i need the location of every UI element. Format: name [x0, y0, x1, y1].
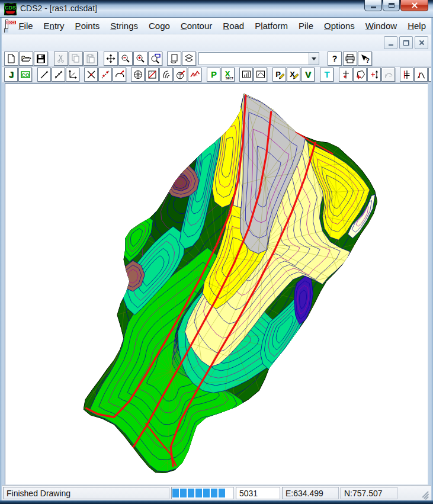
layer-combo-input[interactable]: [199, 53, 309, 65]
station-line-icon: [402, 69, 412, 80]
help-button[interactable]: ?: [328, 52, 342, 66]
section-slash-button[interactable]: [145, 68, 159, 82]
app-logo-text: CDS: [5, 5, 16, 11]
mdi-controls: [384, 36, 428, 49]
toolbar-tools: JJCOPXSECTPXVVT: [2, 67, 431, 83]
drawing-canvas[interactable]: [5, 84, 428, 485]
peak-curve-button[interactable]: [414, 68, 428, 82]
maximize-button[interactable]: [383, 0, 400, 11]
progress-cell: [219, 489, 225, 497]
document-icon[interactable]: DOC1: [5, 20, 8, 33]
menu-cogo[interactable]: Cogo: [143, 19, 175, 33]
close-button[interactable]: [400, 0, 428, 11]
open-button[interactable]: [19, 52, 33, 66]
print-button[interactable]: [343, 52, 357, 66]
progress-bar: [171, 487, 234, 499]
minimize-icon: [371, 7, 376, 8]
menu-platform[interactable]: Platform: [249, 19, 293, 33]
xsect-icon: XSECT: [223, 69, 233, 80]
paste-button: [84, 52, 98, 66]
menu-points[interactable]: Points: [70, 19, 105, 33]
point-polygon-button[interactable]: [353, 68, 367, 82]
progress-cell: [195, 489, 202, 497]
point-cross-button[interactable]: [339, 68, 352, 82]
peak-curve-icon: [416, 69, 426, 80]
save-button[interactable]: [34, 52, 48, 66]
terrain-model[interactable]: [5, 84, 428, 484]
window-bottom-edge: [0, 500, 433, 504]
layers-button[interactable]: [182, 52, 196, 66]
status-bar: Finished Drawing 5031 E:634.499 N:757.50…: [2, 485, 431, 500]
profile-window-button[interactable]: [254, 68, 267, 82]
edit-arc-button[interactable]: [113, 68, 126, 82]
point-polygon-icon: [355, 69, 365, 80]
copy-button: [69, 52, 83, 66]
menu-strings[interactable]: Strings: [105, 19, 143, 33]
section-slash-icon: [147, 69, 158, 80]
refresh-view-button[interactable]: [167, 52, 181, 66]
open-folder-icon: [21, 53, 31, 64]
context-help-button[interactable]: ?: [358, 52, 372, 66]
mdi-minimize-button[interactable]: [384, 36, 397, 49]
xsect-button[interactable]: XSECT: [221, 68, 235, 82]
menu-options[interactable]: Options: [319, 19, 360, 33]
combo-dropdown-button[interactable]: [309, 53, 319, 65]
letter-j-icon: JJ: [6, 69, 17, 80]
minimize-button[interactable]: [364, 0, 382, 11]
svg-text:T: T: [324, 69, 329, 79]
menu-pile[interactable]: Pile: [293, 19, 319, 33]
tool-p-button[interactable]: P: [207, 68, 220, 82]
draw-line-button[interactable]: [37, 68, 51, 82]
point-updown-icon: [369, 69, 380, 80]
mesh-surface-button[interactable]: [188, 68, 201, 82]
zoom-out-icon: [120, 53, 131, 64]
zoom-out-button[interactable]: [118, 52, 133, 66]
progress-cell: [203, 489, 210, 497]
title-bar[interactable]: CDS CDS2 - [ras1.cdsdat]: [0, 0, 433, 18]
tool-t-button[interactable]: T: [320, 68, 333, 82]
letter-v-icon: VV: [303, 69, 313, 80]
paste-clipboard-icon: [85, 53, 96, 64]
new-button[interactable]: [4, 52, 18, 66]
globe-arrow-button[interactable]: [174, 68, 187, 82]
draw-angle-button[interactable]: [66, 68, 79, 82]
zoom-in-button[interactable]: [133, 52, 147, 66]
svg-text:?: ?: [332, 54, 338, 63]
restore-icon: [403, 40, 409, 46]
tool-co-button[interactable]: CO: [18, 68, 32, 82]
zoom-window-button[interactable]: [148, 52, 162, 66]
menu-contour[interactable]: Contour: [175, 19, 217, 33]
chart-grid-button[interactable]: [239, 68, 253, 82]
layer-combobox[interactable]: [198, 52, 319, 65]
draw-polyline-icon: [53, 69, 64, 80]
svg-text:?: ?: [365, 57, 370, 64]
mdi-restore-button[interactable]: [399, 36, 413, 49]
menu-file[interactable]: File: [13, 19, 38, 33]
pencil-x-button[interactable]: X: [287, 68, 300, 82]
draw-polyline-button[interactable]: [52, 68, 65, 82]
tool-v-button[interactable]: VV: [301, 68, 315, 82]
station-line-button[interactable]: [400, 68, 413, 82]
progress-cell: [172, 489, 179, 497]
edit-points-button[interactable]: [98, 68, 112, 82]
resize-grip[interactable]: [422, 491, 430, 499]
globe-contour-button[interactable]: [131, 68, 145, 82]
pencil-x-icon: X: [288, 69, 299, 80]
tool-j-button[interactable]: JJ: [4, 68, 18, 82]
contours-button[interactable]: [159, 68, 173, 82]
svg-text:V: V: [304, 69, 310, 79]
menu-window[interactable]: Window: [360, 19, 402, 33]
cut-scissors-icon: [56, 53, 66, 64]
globe-contour-icon: [133, 69, 143, 80]
letters-co-icon: CO: [20, 69, 31, 80]
pan-button[interactable]: [104, 52, 118, 66]
menu-entry[interactable]: Entry: [39, 19, 70, 33]
point-updown-button[interactable]: [367, 68, 381, 82]
copy-pages-icon: [70, 53, 81, 64]
progress-cell: [180, 489, 187, 497]
menu-road[interactable]: Road: [217, 19, 249, 33]
menu-help[interactable]: Help: [402, 19, 431, 33]
mdi-close-button[interactable]: [415, 36, 428, 49]
pencil-p-button[interactable]: P: [272, 68, 286, 82]
delete-point-button[interactable]: [84, 68, 98, 82]
